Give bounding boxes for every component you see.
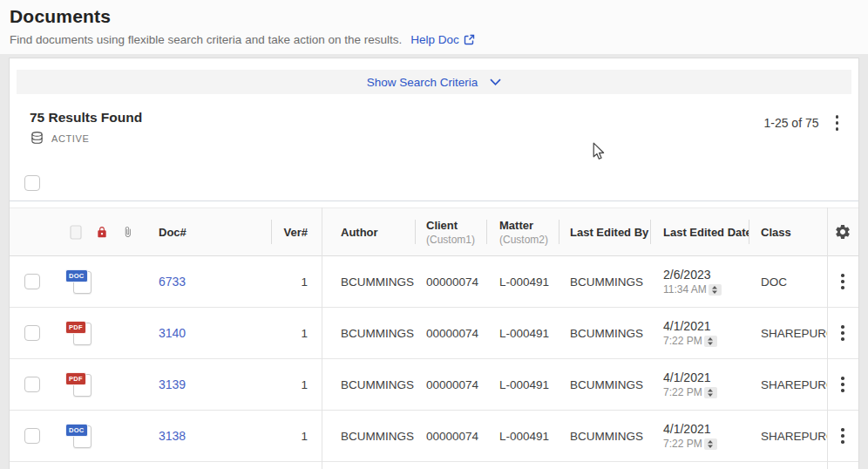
- show-search-criteria-toggle[interactable]: Show Search Criteria: [367, 76, 502, 89]
- doc-number-link[interactable]: 3140: [159, 326, 186, 340]
- row-version-cell: 1: [271, 256, 322, 307]
- header-author[interactable]: Author: [322, 208, 415, 255]
- row-author-cell: BCUMMINGS: [322, 308, 415, 358]
- row-overflow-menu-icon[interactable]: [836, 373, 850, 396]
- edited-date: 2/6/2023: [663, 268, 722, 282]
- scope-label: ACTIVE: [51, 133, 89, 144]
- column-settings-cell: [827, 208, 858, 255]
- chevron-down-icon: [490, 78, 501, 85]
- row-select-cell: [10, 256, 50, 307]
- results-overflow-menu-icon[interactable]: [831, 112, 844, 134]
- header-last-edited-by[interactable]: Last Edited By: [559, 208, 650, 255]
- file-type-badge: PDF: [65, 321, 86, 334]
- table-filler: [10, 462, 858, 469]
- row-overflow-menu-icon[interactable]: [836, 425, 850, 447]
- table-row: PDF 3140 1 BCUMMINGS 00000074 L-000491 B…: [10, 308, 858, 359]
- timezone-toggle-icon[interactable]: [704, 438, 717, 450]
- timezone-toggle-icon[interactable]: [704, 336, 717, 347]
- row-overflow-menu-icon[interactable]: [836, 270, 850, 293]
- results-bar: 75 Results Found ACTIVE 1-25 of 75: [10, 110, 858, 146]
- header-doc-number[interactable]: Doc#: [145, 208, 271, 255]
- file-type-icon: PDF: [71, 321, 92, 346]
- file-type-badge: PDF: [65, 372, 86, 385]
- row-select-cell: [10, 411, 50, 461]
- database-icon: [30, 131, 44, 146]
- row-author-cell: BCUMMINGS: [322, 359, 415, 410]
- doc-number-link[interactable]: 3139: [159, 377, 186, 391]
- row-client-cell: 00000074: [415, 411, 486, 461]
- external-link-icon: [464, 34, 475, 45]
- table-row: DOC 3138 1 BCUMMINGS 00000074 L-000491 B…: [10, 411, 858, 462]
- row-doc-number-cell: 6733: [145, 256, 271, 307]
- row-actions-cell: [827, 256, 858, 307]
- row-actions-cell: [827, 411, 858, 461]
- row-matter-cell: L-000491: [486, 359, 559, 410]
- row-class-cell: DOC: [749, 256, 827, 307]
- row-file-icon-cell: PDF: [50, 359, 145, 410]
- file-type-badge: DOC: [65, 269, 88, 282]
- row-client-cell: 00000074: [415, 308, 486, 358]
- gear-icon[interactable]: [834, 223, 851, 241]
- timezone-toggle-icon[interactable]: [709, 284, 722, 296]
- header-client[interactable]: Client (Custom1): [415, 208, 486, 255]
- row-actions-cell: [827, 308, 858, 358]
- header-matter-label: Matter: [499, 219, 533, 232]
- page-header: Documents Find documents using flexible …: [0, 0, 868, 54]
- row-checkbox[interactable]: [24, 377, 40, 392]
- table-header-row: Doc# Ver# Author Client (Custom1) Matter…: [10, 207, 858, 256]
- file-type-icon: DOC: [71, 269, 92, 295]
- row-version-cell: 1: [271, 308, 322, 358]
- table-row: PDF 3139 1 BCUMMINGS 00000074 L-000491 B…: [10, 359, 858, 411]
- doc-number-link[interactable]: 6733: [159, 275, 186, 289]
- lock-icon[interactable]: [96, 226, 108, 239]
- edited-time: 7:22 PM: [663, 386, 702, 398]
- row-checkbox[interactable]: [24, 274, 40, 289]
- row-last-edited-date-cell: 4/1/2021 7:22 PM: [650, 359, 749, 410]
- header-last-edited-date[interactable]: Last Edited Date: [650, 208, 749, 255]
- results-panel: Show Search Criteria 75 Results Found AC…: [9, 58, 859, 469]
- help-doc-link-label: Help Doc: [410, 33, 459, 46]
- edited-date: 4/1/2021: [663, 319, 717, 333]
- row-class-cell: SHAREPURCH: [749, 359, 827, 410]
- header-icons-cell: [50, 208, 145, 255]
- document-icon[interactable]: [70, 225, 82, 240]
- row-version-cell: 1: [271, 359, 322, 410]
- select-all-checkbox[interactable]: [24, 175, 40, 191]
- header-client-label: Client: [426, 219, 458, 232]
- row-author-cell: BCUMMINGS: [322, 256, 415, 307]
- edited-date: 4/1/2021: [663, 370, 717, 384]
- row-class-cell: SHAREPURCH: [749, 308, 827, 358]
- results-table: Doc# Ver# Author Client (Custom1) Matter…: [10, 207, 858, 469]
- row-client-cell: 00000074: [415, 256, 486, 307]
- header-matter[interactable]: Matter (Custom2): [486, 208, 559, 255]
- edited-time: 11:34 AM: [663, 283, 707, 296]
- row-file-icon-cell: DOC: [50, 256, 145, 307]
- row-client-cell: 00000074: [415, 359, 486, 410]
- row-doc-number-cell: 3138: [145, 411, 271, 461]
- row-doc-number-cell: 3140: [145, 308, 271, 358]
- file-type-icon: DOC: [71, 424, 92, 449]
- table-row: DOC 6733 1 BCUMMINGS 00000074 L-000491 B…: [10, 256, 858, 308]
- row-checkbox[interactable]: [24, 325, 40, 341]
- show-search-criteria-label: Show Search Criteria: [367, 76, 478, 89]
- page-range: 1-25 of 75: [763, 116, 818, 130]
- doc-number-link[interactable]: 3138: [159, 429, 186, 443]
- edited-time: 7:22 PM: [663, 438, 702, 450]
- row-checkbox[interactable]: [24, 428, 40, 444]
- row-select-cell: [10, 308, 50, 358]
- header-version[interactable]: Ver#: [271, 208, 322, 255]
- row-last-edited-date-cell: 4/1/2021 7:22 PM: [650, 308, 749, 358]
- page-subtitle: Find documents using flexible search cri…: [10, 33, 402, 46]
- row-overflow-menu-icon[interactable]: [836, 322, 850, 344]
- row-file-icon-cell: PDF: [50, 308, 145, 358]
- header-select-cell: [10, 208, 50, 255]
- header-class[interactable]: Class: [749, 208, 827, 255]
- file-type-badge: DOC: [65, 424, 88, 437]
- row-doc-number-cell: 3139: [145, 359, 271, 410]
- paperclip-icon[interactable]: [122, 225, 133, 239]
- column-divider: [827, 207, 828, 469]
- timezone-toggle-icon[interactable]: [704, 387, 717, 398]
- help-doc-link[interactable]: Help Doc: [410, 33, 475, 46]
- row-actions-cell: [827, 359, 858, 410]
- row-last-edited-date-cell: 4/1/2021 7:22 PM: [650, 411, 749, 461]
